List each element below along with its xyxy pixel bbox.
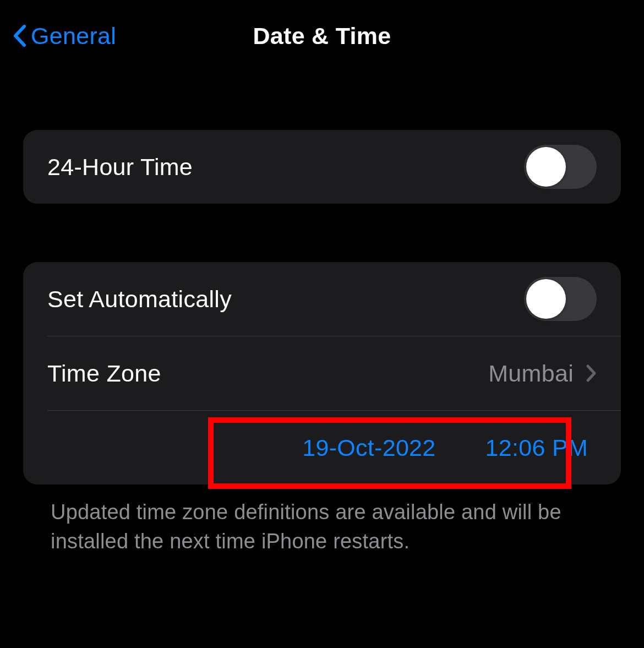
- row-24-hour-time: 24-Hour Time: [23, 130, 621, 204]
- row-time-zone[interactable]: Time Zone Mumbai: [23, 336, 621, 410]
- label-set-automatically: Set Automatically: [47, 286, 232, 313]
- row-set-automatically: Set Automatically: [23, 262, 621, 336]
- group-date-time-settings: Set Automatically Time Zone Mumbai 19-Oc…: [23, 262, 621, 484]
- switch-set-automatically[interactable]: [524, 277, 597, 321]
- switch-knob: [526, 279, 566, 319]
- chevron-left-icon: [11, 24, 28, 47]
- group-time-format: 24-Hour Time: [23, 130, 621, 204]
- value-time-zone: Mumbai: [488, 360, 574, 387]
- row-date-time: 19-Oct-2022 12:06 PM: [23, 411, 621, 484]
- switch-24-hour-time[interactable]: [524, 145, 597, 189]
- page-title: Date & Time: [253, 23, 391, 50]
- nav-bar: General Date & Time: [0, 0, 644, 72]
- label-24-hour-time: 24-Hour Time: [47, 154, 193, 181]
- back-button[interactable]: General: [11, 23, 116, 50]
- footer-text: Updated time zone definitions are availa…: [23, 484, 621, 556]
- date-picker-button[interactable]: 19-Oct-2022: [302, 434, 435, 461]
- label-time-zone: Time Zone: [47, 360, 161, 387]
- chevron-right-icon: [586, 364, 597, 383]
- time-picker-button[interactable]: 12:06 PM: [485, 434, 588, 461]
- back-label: General: [31, 23, 116, 50]
- switch-knob: [526, 147, 566, 187]
